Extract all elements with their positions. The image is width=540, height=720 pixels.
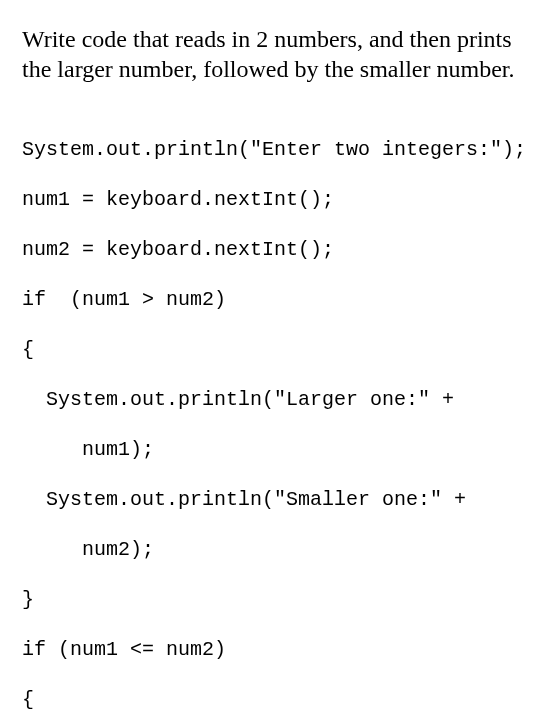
code-line: num2); — [22, 537, 518, 562]
code-line: System.out.println("Enter two integers:"… — [22, 137, 518, 162]
code-line: { — [22, 687, 518, 712]
code-line: num1 = keyboard.nextInt(); — [22, 187, 518, 212]
code-block: System.out.println("Enter two integers:"… — [22, 112, 518, 720]
code-line: { — [22, 337, 518, 362]
document-page: Write code that reads in 2 numbers, and … — [0, 0, 540, 720]
code-line: if (num1 <= num2) — [22, 637, 518, 662]
code-line: if (num1 > num2) — [22, 287, 518, 312]
code-line: System.out.println("Larger one:" + — [22, 387, 518, 412]
code-line: System.out.println("Smaller one:" + — [22, 487, 518, 512]
code-line: } — [22, 587, 518, 612]
code-line: num1); — [22, 437, 518, 462]
problem-statement: Write code that reads in 2 numbers, and … — [22, 24, 518, 84]
code-line: num2 = keyboard.nextInt(); — [22, 237, 518, 262]
